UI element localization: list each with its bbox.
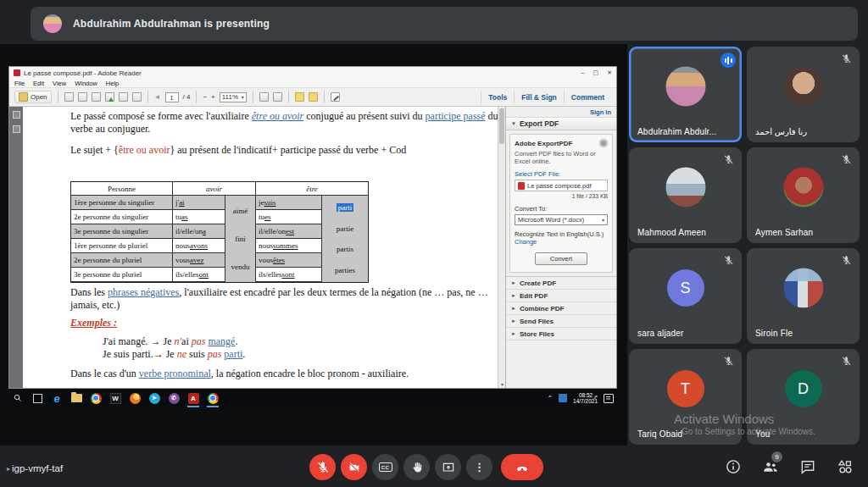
convert-button[interactable]: Convert — [535, 252, 587, 265]
panel-send-files[interactable]: ►Send Files — [506, 315, 616, 328]
open-button[interactable]: Open — [14, 91, 52, 103]
open-label: Open — [31, 93, 47, 101]
panel-create-pdf[interactable]: ►Create PDF — [506, 277, 616, 290]
chevron-down-icon: ▾ — [602, 217, 604, 223]
verbe-pronominal-link[interactable]: verbe pronominal — [139, 368, 211, 379]
present-button[interactable] — [435, 454, 461, 480]
etre-ou-avoir-link[interactable]: être ou avoir — [252, 110, 304, 122]
page-number-input[interactable]: 1 — [165, 92, 179, 102]
action-center-icon[interactable] — [604, 394, 614, 403]
leave-call-button[interactable] — [501, 454, 543, 480]
table-header-avoir: avoir — [173, 182, 256, 196]
sign-in-link[interactable]: Sign In — [590, 108, 611, 116]
participant-tile[interactable]: T Tariq Obaid — [629, 349, 742, 445]
mange-link[interactable]: mangé — [208, 335, 235, 347]
participant-tile[interactable]: Siroin Fle — [747, 248, 860, 344]
pdf-paragraph-1: Le passé composé se forme avec l'auxilia… — [70, 110, 498, 136]
scroll-down-icon[interactable]: ▾ — [498, 381, 506, 387]
expand-arrow-icon: ► — [511, 331, 516, 336]
sign-icon[interactable] — [105, 92, 114, 102]
participe-passe-link[interactable]: participe passé — [426, 110, 486, 122]
participant-tile[interactable]: Aymen Sarhan — [747, 147, 860, 243]
selected-file[interactable]: Le passé composé.pdf — [515, 180, 608, 191]
participant-tile[interactable]: Mahmood Ameen — [629, 147, 742, 243]
participant-name: Mahmood Ameen — [637, 228, 706, 237]
parti-link[interactable]: parti — [224, 348, 242, 360]
phrases-negatives-link[interactable]: phrases négatives — [108, 286, 179, 298]
mic-off-icon — [723, 255, 734, 266]
more-options-button[interactable]: ⋮ — [466, 454, 492, 480]
mic-off-icon — [841, 255, 852, 266]
menu-window[interactable]: Window — [75, 80, 97, 87]
sticky-note-icon[interactable] — [295, 92, 304, 102]
menu-help[interactable]: Help — [106, 80, 119, 87]
participant-tile-you[interactable]: D You — [747, 349, 860, 445]
document-scrollbar[interactable]: ▾ — [498, 107, 505, 388]
save-icon[interactable] — [64, 92, 74, 102]
meeting-details-button[interactable] — [724, 457, 743, 476]
tray-app-icon[interactable] — [559, 394, 567, 402]
chrome-icon-2[interactable] — [207, 392, 219, 404]
adobe-toolbar: Open ◄ 1 / 4 − + 111% ▾ — [9, 88, 616, 107]
participant-tile[interactable]: S sara aljader — [629, 248, 742, 344]
bookmarks-icon[interactable] — [13, 125, 20, 133]
minimize-icon[interactable]: – — [581, 69, 585, 76]
participant-tile[interactable]: رنا فارس احمد — [747, 47, 860, 142]
captions-button[interactable]: CC — [372, 454, 398, 480]
zoom-out-icon[interactable]: − — [203, 93, 207, 101]
previous-page-icon[interactable]: ◄ — [154, 93, 161, 101]
task-view-icon[interactable] — [31, 392, 43, 404]
menu-file[interactable]: File — [14, 80, 25, 87]
signature-pen-icon[interactable] — [331, 92, 340, 102]
presenter-avatar — [43, 14, 62, 33]
tab-tools[interactable]: Tools — [481, 91, 514, 104]
page-thumbnails-icon[interactable] — [13, 111, 20, 119]
print-icon[interactable] — [132, 92, 142, 102]
zoom-in-icon[interactable]: + — [211, 93, 215, 101]
tray-expand-icon[interactable]: ⌃ — [547, 395, 553, 402]
participant-tile[interactable]: Abdulrahim Abdulr... — [629, 47, 742, 142]
raise-hand-button[interactable] — [403, 454, 430, 480]
edge-icon[interactable]: e — [51, 392, 63, 404]
scrolling-view-icon[interactable] — [273, 92, 282, 102]
camera-off-button[interactable] — [341, 454, 367, 480]
edit-icon[interactable] — [92, 92, 101, 102]
mute-microphone-button[interactable] — [309, 454, 336, 480]
scrollbar-thumb[interactable] — [499, 108, 504, 144]
participant-name: You — [755, 429, 770, 439]
adobe-reader-taskbar-icon[interactable]: A — [187, 392, 199, 404]
adobe-reader-icon — [14, 69, 20, 76]
menu-edit[interactable]: Edit — [33, 80, 44, 87]
menu-view[interactable]: View — [53, 80, 66, 87]
chrome-icon[interactable] — [90, 392, 102, 404]
export-icon[interactable] — [78, 92, 87, 102]
panel-edit-pdf[interactable]: ►Edit PDF — [506, 290, 616, 302]
maximize-icon[interactable]: ▢ — [593, 69, 599, 76]
search-icon[interactable] — [12, 392, 24, 404]
export-pdf-header[interactable]: ▼ Export PDF — [506, 118, 616, 130]
word-icon[interactable]: W — [109, 392, 121, 404]
close-icon[interactable]: ✕ — [607, 69, 612, 76]
table-cell: il/elle/on a — [173, 224, 225, 239]
single-page-view-icon[interactable] — [259, 92, 269, 102]
convert-to-select[interactable]: Microsoft Word (*.docx) ▾ — [515, 214, 608, 225]
tab-comment[interactable]: Comment — [564, 91, 611, 104]
zoom-select[interactable]: 111% ▾ — [220, 92, 247, 102]
panel-store-files[interactable]: ►Store Files — [506, 328, 616, 340]
document-icon[interactable] — [119, 92, 128, 102]
tab-fill-sign[interactable]: Fill & Sign — [514, 91, 564, 104]
chat-button[interactable] — [798, 457, 817, 476]
taskbar-clock[interactable]: 08:52 م 14/7/2021 — [573, 392, 598, 405]
file-explorer-icon[interactable] — [70, 392, 82, 404]
activities-button[interactable] — [836, 457, 854, 476]
pdf-paragraph-3: Dans les phrases négatives, l'auxiliaire… — [70, 286, 498, 312]
viber-icon[interactable]: ✆ — [168, 392, 180, 404]
windows-taskbar: e W ➤ ✆ A ⌃ 08:52 م 14/7/2021 — [8, 389, 617, 407]
firefox-icon[interactable] — [129, 392, 141, 404]
pdf-document: Le passé composé se forme avec l'auxilia… — [23, 107, 498, 388]
panel-combine-pdf[interactable]: ►Combine PDF — [506, 302, 616, 315]
change-link[interactable]: Change — [515, 238, 537, 246]
participants-button[interactable]: 9 — [761, 457, 780, 476]
highlight-icon[interactable] — [309, 92, 318, 102]
telegram-icon[interactable]: ➤ — [148, 392, 160, 404]
